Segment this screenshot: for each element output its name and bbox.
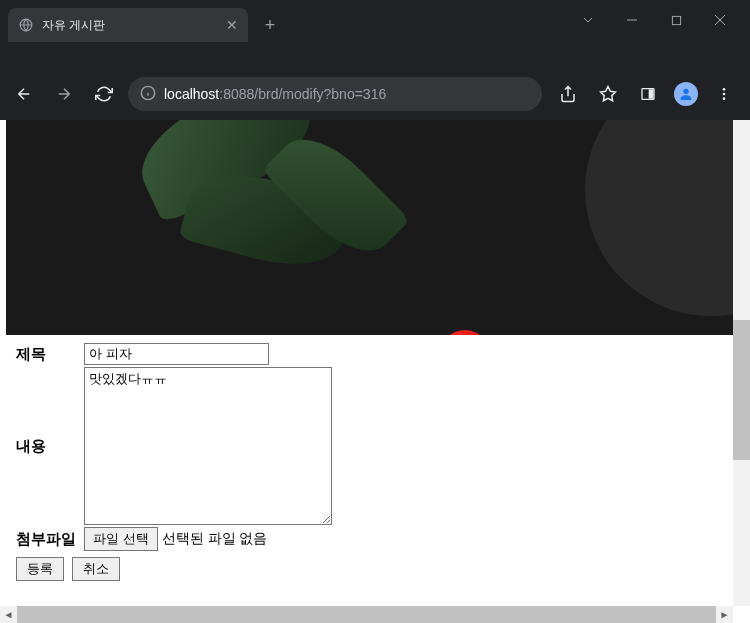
browser-chrome: 자유 게시판 ✕ +: [0, 0, 750, 120]
header-image: [6, 120, 741, 335]
info-icon[interactable]: [140, 85, 156, 104]
star-icon[interactable]: [594, 80, 622, 108]
svg-point-11: [683, 89, 688, 94]
panel-icon[interactable]: [634, 80, 662, 108]
attachment-row: 첨부파일 파일 선택 선택된 파일 없음: [16, 527, 731, 551]
minimize-icon[interactable]: [618, 6, 646, 34]
svg-rect-10: [649, 89, 654, 98]
vertical-scroll-thumb[interactable]: [733, 320, 750, 460]
page-viewport: 제목 내용 첨부파일 파일 선택 선택된 파일 없음 등록 취소: [0, 120, 750, 623]
new-tab-button[interactable]: +: [256, 11, 284, 39]
content-row: 내용: [16, 367, 731, 525]
scroll-right-icon[interactable]: ►: [716, 606, 733, 623]
attachment-label: 첨부파일: [16, 530, 84, 549]
toolbar-right: [550, 80, 742, 108]
content-textarea[interactable]: [84, 367, 332, 525]
profile-avatar[interactable]: [674, 82, 698, 106]
svg-point-12: [723, 88, 726, 91]
browser-tab[interactable]: 자유 게시판 ✕: [8, 8, 248, 42]
svg-point-14: [723, 97, 726, 100]
horizontal-scroll-track[interactable]: [17, 606, 716, 623]
browser-toolbar: localhost:8088/brd/modify?bno=316: [0, 70, 750, 118]
title-input[interactable]: [84, 343, 269, 365]
vertical-scrollbar[interactable]: [733, 120, 750, 606]
cancel-button[interactable]: 취소: [72, 557, 120, 581]
file-status-text: 선택된 파일 없음: [162, 530, 268, 548]
window-controls: [562, 6, 746, 34]
window-close-icon[interactable]: [706, 6, 734, 34]
url-text: localhost:8088/brd/modify?bno=316: [164, 86, 530, 102]
menu-icon[interactable]: [710, 80, 738, 108]
share-icon[interactable]: [554, 80, 582, 108]
address-bar[interactable]: localhost:8088/brd/modify?bno=316: [128, 77, 542, 111]
horizontal-scroll-thumb[interactable]: [17, 606, 716, 623]
forward-button[interactable]: [48, 78, 80, 110]
svg-marker-8: [601, 87, 616, 101]
title-label: 제목: [16, 345, 84, 364]
tab-strip: 자유 게시판 ✕ +: [8, 8, 284, 42]
back-button[interactable]: [8, 78, 40, 110]
file-select-button[interactable]: 파일 선택: [84, 527, 158, 551]
close-icon[interactable]: ✕: [226, 17, 238, 33]
content-label: 내용: [16, 437, 84, 456]
maximize-icon[interactable]: [662, 6, 690, 34]
globe-icon: [18, 17, 34, 33]
content-area: 제목 내용 첨부파일 파일 선택 선택된 파일 없음 등록 취소: [6, 120, 741, 608]
svg-rect-2: [672, 16, 680, 24]
tab-title: 자유 게시판: [42, 17, 218, 34]
reload-button[interactable]: [88, 78, 120, 110]
dropdown-icon[interactable]: [574, 6, 602, 34]
scroll-left-icon[interactable]: ◄: [0, 606, 17, 623]
edit-form: 제목 내용 첨부파일 파일 선택 선택된 파일 없음 등록 취소: [6, 335, 741, 589]
title-row: 제목: [16, 343, 731, 365]
svg-point-13: [723, 93, 726, 96]
action-buttons: 등록 취소: [16, 557, 731, 581]
horizontal-scrollbar[interactable]: ◄ ►: [0, 606, 733, 623]
submit-button[interactable]: 등록: [16, 557, 64, 581]
